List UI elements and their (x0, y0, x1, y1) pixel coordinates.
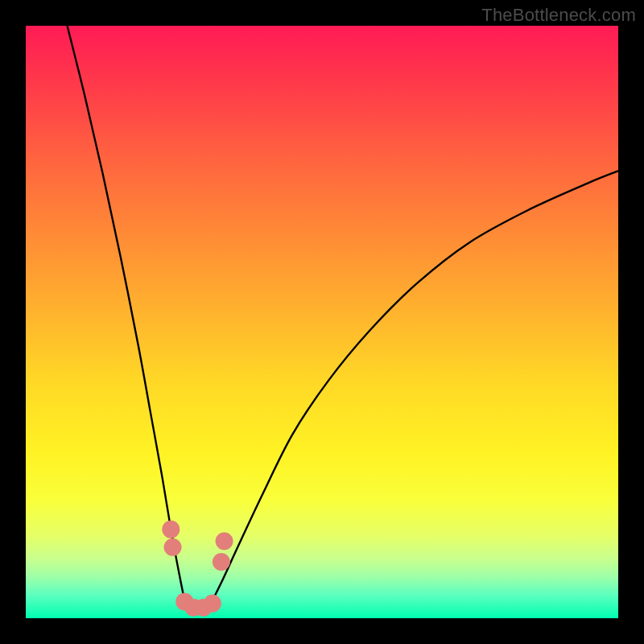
marker-point (204, 595, 221, 613)
outer-frame: TheBottleneck.com (0, 0, 644, 644)
plot-area (26, 26, 618, 618)
marker-point (162, 521, 180, 539)
chart-svg (26, 26, 618, 618)
watermark-text: TheBottleneck.com (481, 5, 636, 26)
curve-right-branch (209, 171, 618, 606)
marker-group (162, 521, 233, 617)
marker-point (164, 539, 182, 556)
marker-point (216, 532, 233, 550)
marker-point (213, 553, 230, 571)
curve-left-branch (68, 26, 186, 606)
